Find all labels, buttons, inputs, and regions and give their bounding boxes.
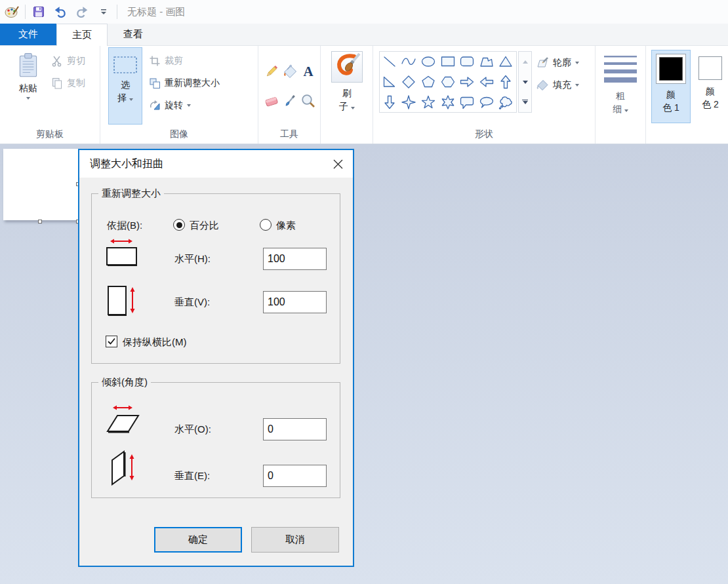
select-button[interactable]: 选 择	[108, 47, 142, 125]
color2-label-2: 色 2	[702, 98, 719, 111]
radio-pixels[interactable]	[260, 219, 272, 231]
skew-horizontal-input[interactable]	[263, 418, 327, 440]
eraser-icon	[264, 93, 279, 109]
shape-line[interactable]	[380, 52, 399, 72]
check-icon	[107, 337, 116, 346]
titlebar-separator	[117, 5, 117, 19]
size-dropdown-arrow	[624, 109, 628, 112]
group-tools: A 工	[258, 46, 321, 144]
paint-logo-icon[interactable]	[3, 3, 20, 20]
ok-button[interactable]: 确定	[154, 527, 242, 553]
dialog-title: 调整大小和扭曲	[90, 157, 163, 171]
resize-by-label: 依据(B):	[107, 220, 142, 232]
skew-vertical-input[interactable]	[263, 465, 327, 487]
shapes-scroll-down-button[interactable]	[519, 72, 531, 92]
canvas-resize-handle-bottom[interactable]	[38, 220, 42, 224]
shapes-scroll-column	[518, 51, 532, 113]
tab-home[interactable]: 主页	[56, 24, 108, 46]
undo-icon[interactable]	[52, 3, 69, 20]
skew-legend: 倾斜(角度)	[98, 376, 151, 389]
crop-button[interactable]: 裁剪	[149, 55, 183, 67]
paste-button[interactable]: 粘贴	[9, 49, 47, 125]
shape-left-arrow[interactable]	[477, 72, 496, 92]
shape-six-point-star[interactable]	[438, 92, 458, 112]
copy-icon	[51, 77, 63, 89]
fill-button[interactable]: 填充	[536, 79, 579, 92]
copy-button[interactable]: 复制	[51, 77, 85, 89]
cancel-button[interactable]: 取消	[251, 527, 339, 553]
size-button[interactable]: 粗 细	[602, 50, 639, 125]
cut-label: 剪切	[67, 55, 85, 67]
paste-dropdown-arrow	[26, 97, 30, 100]
magnifier-tool-button[interactable]	[299, 92, 317, 109]
color-picker-tool-button[interactable]	[281, 92, 298, 109]
shape-triangle[interactable]	[496, 52, 516, 72]
skew-vertical-icon	[109, 450, 140, 488]
customize-quick-access-icon[interactable]	[95, 3, 112, 20]
tab-view[interactable]: 查看	[108, 24, 159, 45]
scissors-icon	[51, 55, 63, 67]
shape-pentagon[interactable]	[418, 72, 438, 92]
tab-file[interactable]: 文件	[0, 24, 56, 45]
select-label-2: 择	[117, 91, 133, 104]
canvas[interactable]	[3, 149, 78, 220]
shape-right-arrow[interactable]	[457, 72, 477, 92]
shapes-more-button[interactable]	[519, 92, 531, 112]
shapes-scroll-up-button[interactable]	[519, 52, 531, 72]
skew-horizontal-label: 水平(O):	[174, 423, 211, 436]
resize-legend: 重新调整大小	[98, 187, 164, 200]
fill-icon	[536, 79, 549, 92]
shapes-gallery	[379, 51, 517, 113]
text-tool-button[interactable]: A	[299, 62, 317, 80]
resize-horizontal-label: 水平(H):	[174, 253, 211, 265]
redo-icon[interactable]	[73, 3, 91, 20]
shape-rounded-rectangle[interactable]	[457, 52, 477, 72]
shape-ellipse[interactable]	[418, 52, 438, 72]
fill-tool-button[interactable]	[281, 62, 298, 80]
select-dropdown-arrow	[129, 98, 133, 101]
eyedropper-icon	[282, 93, 298, 109]
brushes-button[interactable]: 刷 子	[329, 51, 365, 125]
titlebar: 无标题 - 画图	[0, 0, 728, 24]
shape-rounded-callout[interactable]	[457, 92, 477, 112]
pencil-tool-button[interactable]	[262, 62, 280, 80]
shape-rectangle[interactable]	[438, 52, 458, 72]
brushes-label-1: 刷	[342, 87, 352, 100]
color1-label-1: 颜	[666, 88, 676, 101]
shape-oval-callout[interactable]	[477, 92, 496, 112]
shape-five-point-star[interactable]	[418, 92, 438, 112]
cut-button[interactable]: 剪切	[51, 55, 85, 67]
skew-horizontal-icon	[106, 402, 141, 435]
color2-button[interactable]: 颜 色 2	[694, 50, 727, 123]
rotate-button[interactable]: 旋转	[149, 100, 191, 111]
dialog-titlebar: 调整大小和扭曲	[79, 150, 353, 178]
color1-button[interactable]: 颜 色 1	[651, 50, 691, 123]
eraser-tool-button[interactable]	[262, 92, 280, 109]
shape-polygon[interactable]	[477, 52, 496, 72]
dialog-close-button[interactable]	[329, 156, 346, 172]
radio-percentage[interactable]	[173, 219, 185, 231]
save-icon[interactable]	[30, 3, 47, 20]
resize-horizontal-input[interactable]	[263, 248, 327, 270]
maintain-aspect-ratio-checkbox[interactable]	[106, 336, 117, 347]
copy-label: 复制	[67, 77, 85, 89]
more-bar-icon	[522, 100, 528, 101]
group-image: 选 择 裁剪 重新调整大小 旋转 图像	[100, 46, 258, 144]
shape-up-arrow[interactable]	[496, 72, 516, 92]
rotate-icon	[149, 100, 161, 111]
shape-cloud-callout[interactable]	[496, 92, 516, 112]
resize-button[interactable]: 重新调整大小	[149, 77, 220, 89]
outline-button[interactable]: 轮廓	[536, 56, 579, 69]
shape-four-point-star[interactable]	[399, 92, 419, 112]
resize-vertical-input[interactable]	[263, 291, 327, 313]
resize-horizontal-icon	[105, 236, 139, 267]
fill-bucket-icon	[282, 64, 298, 79]
rotate-dropdown-arrow	[187, 104, 191, 107]
shape-curve[interactable]	[399, 52, 419, 72]
group-label-tools: 工具	[258, 128, 320, 140]
shape-hexagon[interactable]	[438, 72, 458, 92]
shape-diamond[interactable]	[399, 72, 419, 92]
size-label-2: 细	[613, 102, 628, 115]
shape-down-arrow[interactable]	[380, 92, 399, 112]
shape-right-triangle[interactable]	[380, 72, 399, 92]
